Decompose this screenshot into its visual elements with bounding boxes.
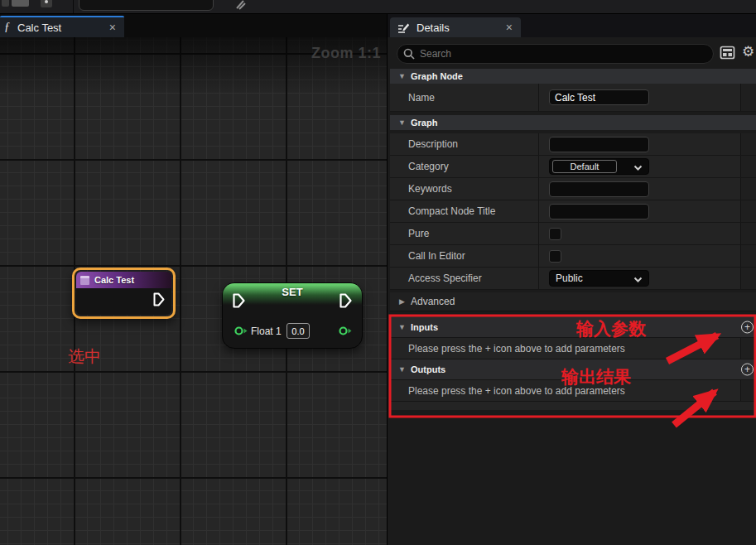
float-pin-label: Float 1: [251, 326, 282, 337]
inputs-header-label: Inputs: [411, 322, 438, 332]
graph-tab-label: Calc Test: [17, 22, 61, 34]
row-right-column: [740, 133, 756, 155]
compact-node-title-label: Compact Node Title: [390, 200, 538, 222]
row-name: Name: [390, 84, 756, 112]
section-title: Graph Node: [411, 71, 463, 81]
toolbar-separator: [73, 0, 74, 14]
keywords-field[interactable]: [549, 181, 649, 197]
search-box[interactable]: [397, 44, 714, 64]
float-output-pin[interactable]: [339, 325, 353, 340]
call-in-editor-checkbox[interactable]: [549, 250, 561, 263]
name-field[interactable]: [549, 89, 649, 105]
close-icon[interactable]: ×: [506, 22, 513, 33]
pure-label: Pure: [390, 223, 538, 244]
description-label: Description: [390, 133, 538, 155]
row-right-column: [740, 338, 756, 359]
node-calc-test-header: Calc Test: [76, 272, 171, 288]
row-right-column: [740, 245, 756, 267]
row-category: Category Default: [390, 156, 756, 178]
section-graph-node[interactable]: ▼ Graph Node: [390, 69, 756, 84]
compact-node-title-field[interactable]: [549, 204, 649, 219]
outputs-empty-hint-row: Please press the + icon above to add par…: [390, 380, 756, 402]
gear-icon[interactable]: ⚙: [742, 43, 754, 60]
search-input[interactable]: [420, 48, 713, 60]
chevron-down-icon[interactable]: ▼: [398, 118, 407, 127]
toolbar-button-fragment[interactable]: [2, 0, 9, 7]
add-input-button[interactable]: +: [741, 321, 754, 333]
outputs-header-label: Outputs: [411, 364, 445, 374]
row-pure: Pure: [390, 223, 756, 245]
chevron-down-icon: [633, 271, 643, 286]
row-keywords: Keywords: [390, 178, 756, 200]
tab-calc-test[interactable]: ƒ Calc Test ×: [0, 16, 124, 37]
chevron-right-icon[interactable]: ▶: [399, 297, 407, 306]
function-node-icon: [80, 276, 89, 285]
keywords-label: Keywords: [390, 178, 538, 200]
empty-row-strip: [390, 402, 756, 410]
category-dropdown[interactable]: Default: [549, 158, 649, 175]
row-access-specifier: Access Specifier Public: [390, 268, 756, 290]
add-output-button[interactable]: +: [741, 364, 754, 376]
chevron-down-icon[interactable]: ▼: [398, 365, 407, 374]
toolbar-button-fragment[interactable]: [12, 0, 29, 7]
edit-pencil-icon: [397, 22, 410, 34]
row-description: Description: [390, 133, 756, 156]
toolbar-button-fragment[interactable]: [41, 0, 52, 7]
chevron-down-icon[interactable]: ▼: [398, 72, 407, 80]
details-property-list: ▼ Graph Node Name ▼ Graph Description Ca: [390, 69, 756, 545]
toolbar-search-field[interactable]: [79, 0, 214, 11]
section-outputs[interactable]: ▼ Outputs +: [390, 359, 756, 380]
inputs-empty-hint-row: Please press the + icon above to add par…: [390, 338, 756, 359]
graph-tab-bar: ƒ Calc Test ×: [0, 14, 387, 37]
property-matrix-icon[interactable]: [720, 46, 735, 63]
node-calc-test[interactable]: Calc Test: [76, 272, 171, 315]
blueprint-editor-window: ƒ Calc Test × Zoom 1:1 Calc Test: [0, 0, 756, 545]
exec-input-pin[interactable]: [233, 293, 245, 311]
close-icon[interactable]: ×: [109, 22, 116, 33]
row-right-column: [740, 200, 756, 222]
row-right-column: [740, 380, 756, 401]
call-in-editor-label: Call In Editor: [390, 245, 538, 267]
details-tab-bar: Details ×: [388, 14, 756, 37]
row-right-column: [740, 223, 756, 244]
section-title: Graph: [411, 118, 437, 128]
top-toolbar: [0, 0, 756, 14]
row-compact-node-title: Compact Node Title: [390, 200, 756, 223]
float-input-pin[interactable]: [234, 325, 248, 340]
node-calc-test-title: Calc Test: [94, 275, 134, 285]
row-right-column: [740, 84, 756, 111]
category-label: Category: [390, 156, 538, 177]
access-specifier-label: Access Specifier: [390, 268, 538, 289]
pen-icon[interactable]: [234, 0, 246, 13]
zoom-level-label: Zoom 1:1: [311, 45, 381, 62]
exec-output-pin[interactable]: [339, 293, 352, 311]
section-graph[interactable]: ▼ Graph: [390, 115, 756, 130]
row-right-column: [740, 156, 756, 177]
chevron-down-icon: [633, 159, 643, 174]
row-call-in-editor: Call In Editor: [390, 245, 756, 268]
row-right-column: [740, 268, 756, 289]
pure-checkbox[interactable]: [549, 228, 561, 240]
access-specifier-value: Public: [556, 272, 583, 284]
node-set[interactable]: SET Float 1 0.0: [222, 282, 363, 349]
graph-canvas[interactable]: Zoom 1:1 Calc Test SET: [0, 37, 387, 545]
exec-output-pin[interactable]: [153, 292, 165, 310]
description-field[interactable]: [549, 137, 649, 152]
access-specifier-dropdown[interactable]: Public: [549, 270, 649, 287]
row-right-column: [740, 178, 756, 200]
section-inputs[interactable]: ▼ Inputs +: [390, 316, 756, 338]
function-icon: ƒ: [4, 21, 10, 34]
section-advanced[interactable]: ▶ Advanced: [390, 292, 756, 311]
details-panel: Details × ⚙ ▼ Graph Node Name: [387, 14, 756, 545]
details-search-row: ⚙: [388, 37, 756, 69]
chevron-down-icon[interactable]: ▼: [398, 323, 407, 331]
tab-details[interactable]: Details ×: [390, 17, 521, 37]
float-value-field[interactable]: 0.0: [287, 323, 310, 339]
details-tab-label: Details: [417, 22, 450, 34]
inputs-empty-hint: Please press the + icon above to add par…: [390, 338, 740, 359]
search-icon: [403, 48, 415, 60]
name-label: Name: [390, 84, 538, 111]
node-calc-test-selection[interactable]: Calc Test: [72, 268, 176, 319]
advanced-label: Advanced: [411, 296, 455, 307]
outputs-empty-hint: Please press the + icon above to add par…: [390, 380, 740, 401]
